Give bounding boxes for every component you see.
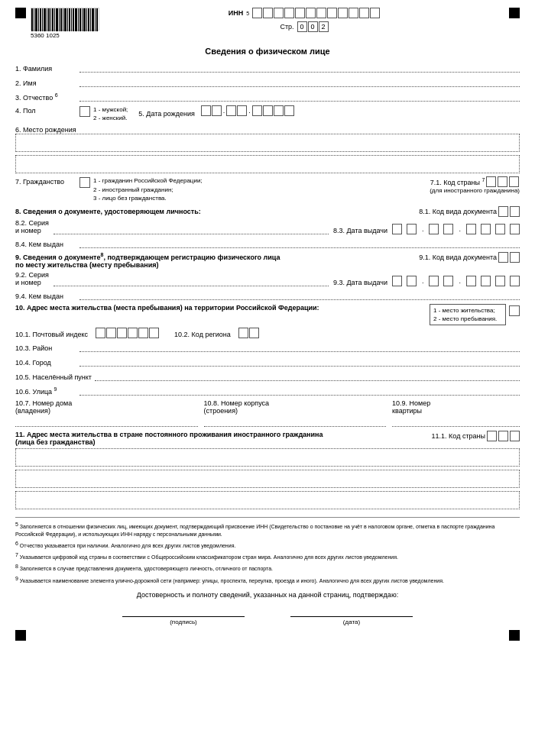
corner-top-left [15,8,26,18]
postal-6[interactable] [149,328,159,338]
cc11-3[interactable] [510,431,520,441]
input-8-4[interactable] [79,237,520,248]
svg-rect-27 [88,8,89,31]
svg-rect-0 [31,8,33,31]
input-9-4[interactable] [79,289,520,300]
date9-y4[interactable] [510,276,520,286]
inn-cell-11[interactable] [359,8,369,18]
addr-type-checkbox[interactable] [509,305,520,316]
input-11-1[interactable] [15,448,520,467]
date9-d1[interactable] [392,276,402,286]
postal-2[interactable] [106,328,116,338]
inn-cell-3[interactable] [274,8,284,18]
dob-d1[interactable] [201,105,211,116]
inn-cell-12[interactable] [370,8,380,18]
input-10-5[interactable] [95,370,520,381]
postal-3[interactable] [117,328,127,338]
corner-bottom-left [15,630,26,641]
svg-rect-19 [71,8,72,31]
input-10-8[interactable] [204,416,387,427]
date9-d2[interactable] [407,276,417,286]
svg-rect-31 [96,8,98,31]
input-birth-place-1[interactable] [15,134,520,152]
input-11-3[interactable] [15,491,520,509]
label-8-bold: 8. Сведения о документе, удостоверяющем … [15,208,201,215]
label-10-9b: квартиры [392,407,520,415]
postal-1[interactable] [96,328,105,338]
dob-y2[interactable] [263,105,273,116]
input-10-4[interactable] [79,356,520,367]
date9-m1[interactable] [429,276,439,286]
input-otchestvo[interactable] [79,91,520,102]
input-imya[interactable] [79,76,520,87]
page-cell-2[interactable]: 0 [308,21,318,32]
svg-rect-11 [54,8,55,31]
input-10-3[interactable] [79,341,520,352]
dob-y1[interactable] [252,105,262,116]
doc9-code-2[interactable] [510,252,520,263]
inn-cell-7[interactable] [316,8,326,18]
date8-d1[interactable] [392,224,402,234]
cc11-1[interactable] [487,431,497,441]
cc-1[interactable] [486,176,496,187]
label-country-code: 7.1. Код страны 7 [430,177,485,186]
input-9-2[interactable] [54,276,329,286]
date9-y1[interactable] [466,276,476,286]
date9-y3[interactable] [495,276,505,286]
dob-d2[interactable] [212,105,222,116]
inn-cell-2[interactable] [263,8,273,18]
doc-code-1[interactable] [498,206,508,217]
input-10-6[interactable] [79,385,520,396]
fn8-num: 8 [15,564,18,569]
cc-3[interactable] [509,176,519,187]
inn-cell-9[interactable] [338,8,348,18]
postal-5[interactable] [138,328,148,338]
pol-options: 1 - мужской; 2 - женский. [93,105,128,122]
citizenship-checkbox[interactable] [79,177,90,188]
page-cell-1[interactable]: 0 [297,21,307,32]
inn-cell-10[interactable] [349,8,358,18]
cc-2[interactable] [498,176,507,187]
doc-code-2[interactable] [510,206,520,217]
page-cell-3[interactable]: 2 [319,21,329,32]
date9-y2[interactable] [481,276,491,286]
dob-m1[interactable] [226,105,236,116]
section-title: Сведения о физическом лице [15,47,520,56]
input-11-2[interactable] [15,470,520,488]
date8-m2[interactable] [443,224,453,234]
inn-cell-5[interactable] [295,8,305,18]
date8-y2[interactable] [481,224,491,234]
input-familiya[interactable] [79,62,520,73]
row-citizenship: 7. Гражданство 1 - гражданин Российской … [15,176,520,202]
input-8-2[interactable] [54,224,329,234]
inn-cell-8[interactable] [327,8,337,18]
date8-y4[interactable] [510,224,520,234]
dob-y3[interactable] [274,105,284,116]
date8-y3[interactable] [495,224,505,234]
dob-y4[interactable] [284,105,294,116]
date8-y1[interactable] [466,224,476,234]
inn-cell-6[interactable] [306,8,316,18]
inn-cell-4[interactable] [284,8,294,18]
sig-line-date[interactable] [290,605,413,617]
date8-m1[interactable] [429,224,439,234]
input-10-7[interactable] [15,416,198,427]
sig-line-signature[interactable] [122,605,245,617]
date9-m2[interactable] [443,276,453,286]
date8-d2[interactable] [407,224,417,234]
region-2[interactable] [249,328,259,338]
label-10-9: 10.9. Номер [392,399,520,407]
pol-checkbox[interactable] [79,106,90,117]
cc11-2[interactable] [498,431,508,441]
fn9-num: 9 [15,576,18,581]
label-11: 11. Адрес места жительства в стране пост… [15,431,323,438]
input-birth-place-2[interactable] [15,155,520,173]
input-10-9[interactable] [392,416,520,427]
inn-cell-1[interactable] [252,8,262,18]
doc9-code-1[interactable] [498,252,508,263]
region-1[interactable] [238,328,248,338]
dot-2: . [248,107,251,116]
dob-m2[interactable] [237,105,247,116]
label-pol: 4. Пол [15,107,76,115]
postal-4[interactable] [128,328,138,338]
